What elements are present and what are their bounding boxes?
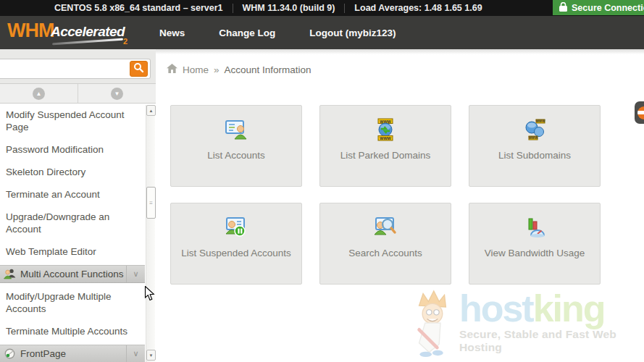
sidebar-item[interactable]: Terminate an Account <box>0 183 145 206</box>
watermark-brand: hostking <box>459 290 644 327</box>
search-accounts-icon <box>373 215 398 240</box>
function-tile[interactable]: WWWWWW List Parked Domains <box>319 105 451 187</box>
search-input[interactable] <box>3 60 127 77</box>
sidebar-menu: Modify Suspended Account Page Password M… <box>0 104 145 362</box>
tile-label: Search Accounts <box>348 248 422 258</box>
view-bandwidth-usage-icon <box>522 215 547 240</box>
hostking-watermark: hostking Secure, Stable and Fast Web Hos… <box>407 287 644 362</box>
server-info: CENTOS 5.8 x86_64 standard – server1 <box>45 3 233 13</box>
whm-logo[interactable]: WHM Accelerated 2 <box>7 18 130 47</box>
account-functions-grid: List Accounts WWWWWW List Parked Domains… <box>170 105 601 285</box>
sidebar-item[interactable]: Password Modification <box>0 138 145 161</box>
whm-window: CENTOS 5.8 x86_64 standard – server1 WHM… <box>0 0 644 362</box>
search-button[interactable] <box>130 61 148 77</box>
nav-link[interactable]: Logout (mybiz123) <box>309 28 396 38</box>
svg-text:WWW: WWW <box>380 136 391 140</box>
nav-link[interactable]: Change Log <box>219 28 275 38</box>
arrow-up-icon: ▲ <box>33 88 45 100</box>
nav-links: News Change Log Logout (mybiz123) <box>159 28 396 38</box>
scroll-down-button[interactable]: ▼ <box>78 84 156 103</box>
lock-icon <box>559 2 567 14</box>
secure-connection-badge[interactable]: Secure Connection <box>553 0 644 15</box>
load-averages: Load Averages: 1.48 1.65 1.69 <box>345 3 491 13</box>
whm-version: WHM 11.34.0 (build 9) <box>233 3 345 13</box>
sidebar-section-label: Multi Account Functions <box>20 269 124 279</box>
sidebar-section-label: FrontPage <box>20 348 66 359</box>
watermark-king: king <box>533 287 605 329</box>
search-area <box>0 49 156 83</box>
secure-badge-label: Secure Connection <box>572 3 644 13</box>
function-tile[interactable]: WWWWWW List Subdomains <box>469 105 601 187</box>
help-widget-icon <box>637 106 644 119</box>
watermark-host: host <box>459 287 533 329</box>
home-icon <box>167 64 177 76</box>
frontpage-icon <box>4 348 16 360</box>
logo-whm-text: WHM <box>7 20 54 42</box>
breadcrumb-current: Account Information <box>225 64 311 75</box>
main-navbar: WHM Accelerated 2 News Change Log Logout… <box>0 16 644 49</box>
svg-text:WWW: WWW <box>529 136 538 140</box>
nav-link[interactable]: News <box>159 28 185 38</box>
sidebar-item[interactable]: Terminate Multiple Accounts <box>0 320 145 342</box>
chevron-down-icon: ∨ <box>126 266 145 282</box>
search-box <box>0 59 151 79</box>
tile-label: List Subdomains <box>498 150 571 161</box>
function-tile[interactable]: List Accounts <box>170 105 302 187</box>
help-widget[interactable] <box>635 101 644 124</box>
status-bar: CENTOS 5.8 x86_64 standard – server1 WHM… <box>0 0 644 16</box>
sidebar-section-header[interactable]: Multi Account Functions ∨ <box>0 265 145 283</box>
sidebar-item[interactable]: Web Template Editor <box>0 240 145 263</box>
function-tile[interactable]: List Suspended Accounts <box>170 203 302 285</box>
function-tile[interactable]: View Bandwidth Usage <box>469 203 601 285</box>
tile-label: List Accounts <box>207 150 265 161</box>
tile-label: View Bandwidth Usage <box>485 248 585 258</box>
scroll-up-button[interactable]: ▲ <box>0 84 78 103</box>
arrow-down-icon: ▼ <box>111 88 123 100</box>
breadcrumb-home[interactable]: Home <box>183 64 209 75</box>
breadcrumb-separator: » <box>214 64 219 75</box>
watermark-tagline: Secure, Stable and Fast Web Hosting <box>459 328 644 354</box>
list-accounts-icon <box>224 117 248 142</box>
list-subdomains-icon: WWWWWW <box>522 117 547 142</box>
logo-subscript: 2 <box>123 37 127 46</box>
multi-account-icon <box>4 268 16 280</box>
search-icon <box>133 62 144 76</box>
list-suspended-accounts-icon <box>224 215 248 240</box>
scrollbar-thumb[interactable]: ≡ <box>146 187 156 219</box>
tile-label: List Parked Domains <box>340 150 431 161</box>
sidebar-item[interactable]: Modify/Upgrade Multiple Accounts <box>0 285 145 320</box>
sidebar-scroll-controls: ▲ ▼ <box>0 83 156 104</box>
sidebar-scrollbar[interactable]: ▲ ≡ ▼ <box>146 105 155 362</box>
chevron-down-icon: ∨ <box>126 345 145 362</box>
svg-text:WWW: WWW <box>536 119 545 123</box>
function-tile[interactable]: Search Accounts <box>319 203 451 285</box>
sidebar-item[interactable]: Upgrade/Downgrade an Account <box>0 206 145 240</box>
breadcrumb: Home » Account Information <box>167 64 311 76</box>
scrollbar-down-arrow[interactable]: ▼ <box>146 350 156 361</box>
sidebar-item[interactable]: Skeleton Directory <box>0 161 145 183</box>
sidebar-item[interactable]: Modify Suspended Account Page <box>0 104 145 138</box>
scrollbar-up-arrow[interactable]: ▲ <box>146 105 156 116</box>
list-parked-domains-icon: WWWWWW <box>373 117 398 142</box>
logo-accelerated-text: Accelerated <box>51 24 125 40</box>
sidebar-section-header[interactable]: FrontPage ∨ <box>0 345 145 362</box>
tile-label: List Suspended Accounts <box>181 248 291 258</box>
king-mascot-icon <box>407 287 458 361</box>
